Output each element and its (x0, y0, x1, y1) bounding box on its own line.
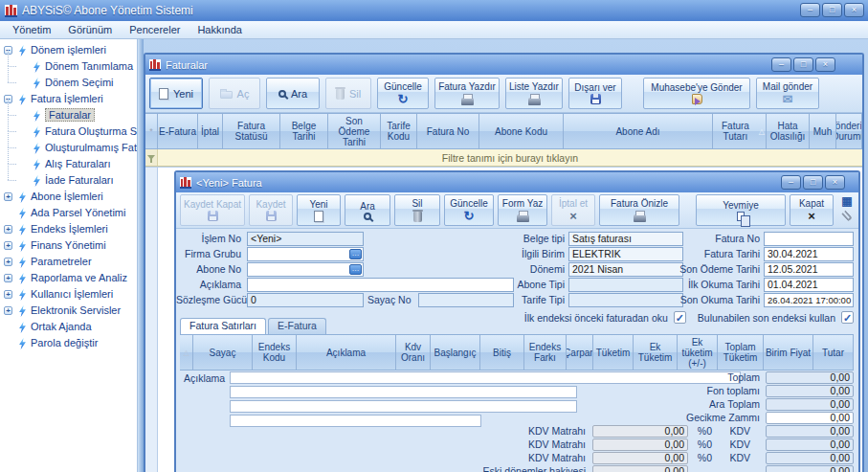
sidebar-item-parola-degistir[interactable]: Parola değiştir (0, 335, 137, 351)
ilk-endeks-checkbox[interactable]: ✓ (674, 311, 686, 324)
column-header-abone-kodu[interactable]: Abone Kodu (479, 114, 564, 148)
close-button[interactable]: × (815, 57, 835, 72)
ilk-okuma-tarihi-field[interactable]: 01.04.2021 (764, 278, 854, 292)
grid-view-icon[interactable]: ▦ (841, 195, 852, 208)
sil-button[interactable]: Sil (325, 78, 371, 109)
firma-grubu-field[interactable]: … (247, 247, 364, 261)
minimize-button[interactable]: – (781, 175, 801, 190)
sidebar-item-olusturulmamis-faturalar[interactable]: Oluşturulmamış Fatur (0, 140, 137, 156)
column-header-abone-adi[interactable]: Abone Adı (564, 114, 713, 148)
sidebar-splitter[interactable] (137, 39, 144, 472)
kaydet-button[interactable]: Kaydet (249, 194, 293, 226)
sidebar-item-elektronik-servisler[interactable]: +Elektronik Servisler (0, 303, 137, 319)
column-header-fatura-statusu[interactable]: Fatura Statüsü (223, 114, 280, 148)
lookup-button[interactable]: … (349, 249, 362, 259)
liste-yazdir-button[interactable]: Liste Yazdır (505, 78, 563, 109)
sidebar-item-donem-secimi[interactable]: Dönem Seçimi (0, 75, 137, 91)
sidebar-item-fatura-islemleri[interactable]: −Fatura İşlemleri (0, 91, 137, 107)
sil-button[interactable]: Sil (394, 194, 440, 226)
column-header-hata-olasiligi[interactable]: Hata Olasılığı (767, 114, 810, 148)
guncelle-button[interactable]: Güncelle↻ (377, 78, 429, 109)
menu-pencereler[interactable]: Pencereler (122, 22, 188, 37)
son-odeme-tarihi-field[interactable]: 12.05.2021 (764, 262, 854, 277)
yevmiye-button[interactable]: Yevmiye (696, 194, 786, 226)
gecikme-zammi-field[interactable]: 0,00 (766, 412, 854, 424)
aciklama-line-2[interactable] (230, 386, 577, 398)
tree-expand-icon[interactable]: + (4, 225, 12, 234)
column-header-fatura-no[interactable]: Fatura No (417, 114, 479, 148)
close-button[interactable]: × (844, 3, 864, 17)
fatura-titlebar[interactable]: <Yeni> Fatura – □ × (176, 172, 858, 192)
abone-no-field[interactable]: … (247, 262, 364, 277)
tree-expand-icon[interactable]: + (4, 290, 12, 299)
column-header-ek-tuketim[interactable]: Ek Tüketim (634, 335, 678, 370)
column-header-belge-tarihi[interactable]: Belge Tarihi (280, 114, 328, 148)
son-endeks-checkbox[interactable]: ✓ (841, 311, 854, 324)
column-header-baslangic[interactable]: Başlangıç (431, 335, 480, 370)
son-okuma-tarihi-field[interactable]: 26.04.2021 17:00:00 (764, 293, 854, 307)
sidebar-item-finans-yonetimi[interactable]: +Finans Yönetimi (0, 237, 137, 254)
kaydet-kapat-button[interactable]: Kaydet Kapat (180, 194, 245, 226)
tree-expand-icon[interactable]: + (4, 241, 12, 250)
minimize-button[interactable]: – (771, 57, 791, 72)
sidebar-item-fatura-olusturma-servisi[interactable]: Fatura Oluşturma Ser (0, 124, 137, 140)
tab-e-fatura[interactable]: E-Fatura (268, 318, 326, 334)
kapat-button[interactable]: Kapat× (790, 194, 834, 226)
lookup-button[interactable]: … (349, 264, 362, 275)
minimize-button[interactable]: – (800, 3, 820, 17)
aciklama-line-3[interactable] (230, 400, 577, 413)
column-header-sayac[interactable]: Sayaç (193, 335, 253, 370)
column-header-fatura-tutari[interactable]: Fatura Tutarı△ (713, 114, 767, 148)
tree-expand-icon[interactable]: + (4, 274, 12, 282)
sidebar-item-donem-tanimlama[interactable]: Dönem Tanımlama (0, 58, 137, 75)
iptal-et-button[interactable]: İptal et× (551, 194, 595, 226)
column-header-birim-fiyat[interactable]: Birim Fiyat (764, 335, 813, 370)
sidebar-item-alis-faturalari[interactable]: Alış Faturaları (0, 156, 137, 172)
form-yaz-button[interactable]: Form Yaz (498, 194, 547, 226)
maximize-button[interactable]: □ (822, 3, 842, 17)
maximize-button[interactable]: □ (793, 57, 813, 72)
column-header-kdv-orani[interactable]: Kdv Oranı (396, 335, 431, 370)
column-header-endeks-kodu[interactable]: Endeks Kodu (253, 335, 297, 370)
column-header-tarife-kodu[interactable]: Tarife Kodu (381, 114, 417, 148)
filter-row[interactable]: Filtre tanımı için burayı tıklayın (145, 149, 862, 167)
column-header-iptal[interactable]: İptal (198, 114, 223, 148)
aciklama-line-4[interactable] (230, 415, 481, 427)
tree-expand-icon[interactable]: + (4, 306, 12, 315)
sidebar-item-endeks-islemleri[interactable]: +Endeks İşlemleri (0, 221, 137, 237)
fatura-yazdir-button[interactable]: Fatura Yazdır (434, 78, 500, 109)
fatura-onizle-button[interactable]: Fatura Önizle (599, 194, 679, 226)
column-header-aciklama[interactable]: Açıklama (297, 335, 396, 370)
sidebar-item-ortak-ajanda[interactable]: Ortak Ajanda (0, 319, 137, 335)
fatura-no-field[interactable] (764, 232, 854, 246)
column-header-toplam-tuketim[interactable]: Toplam Tüketim (718, 335, 764, 370)
sidebar-item-kullanici-islemleri[interactable]: +Kullanıcı İşlemleri (0, 286, 137, 303)
muhasebeye-gonder-button[interactable]: Muhasebe'ye Gönder (643, 78, 750, 109)
close-button[interactable]: × (825, 175, 845, 190)
column-header-endeks-farki[interactable]: Endeks Farkı (524, 335, 567, 370)
ara-button[interactable]: Ara (266, 78, 320, 109)
paperclip-icon[interactable] (841, 210, 853, 221)
tree-expand-icon[interactable]: + (4, 192, 12, 201)
mail-gonder-button[interactable]: Mail gönder✉ (756, 78, 819, 109)
yeni-button[interactable]: Yeni (149, 78, 203, 109)
aciklama-field[interactable] (247, 278, 514, 292)
column-header-e-fatura[interactable]: E-Fatura (158, 114, 198, 148)
sidebar-item-donem-islemleri[interactable]: −Dönem işlemleri (0, 42, 137, 58)
sidebar-item-abone-islemleri[interactable]: +Abone İşlemleri (0, 189, 137, 205)
sidebar-item-raporlama-ve-analiz[interactable]: +Raporlama ve Analiz (0, 270, 137, 286)
fatura-tarihi-field[interactable]: 30.04.2021 (764, 247, 854, 261)
guncelle-button[interactable]: Güncelle↻ (444, 194, 494, 226)
faturalar-titlebar[interactable]: Faturalar – □ × (145, 55, 862, 75)
column-header-muh[interactable]: Muh (810, 114, 836, 148)
column-header-ek-tuketim-2[interactable]: Ek tüketim (+/-) (678, 335, 718, 370)
ac-button[interactable]: Aç (209, 78, 260, 109)
tree-expand-icon[interactable]: + (4, 258, 12, 266)
menu-hakkinda[interactable]: Hakkında (189, 22, 249, 37)
menu-gorunum[interactable]: Görünüm (60, 22, 120, 37)
sidebar-item-ada-parsel-yonetimi[interactable]: Ada Parsel Yönetimi (0, 205, 137, 221)
sidebar-item-faturalar[interactable]: Faturalar (0, 107, 137, 124)
column-header-son-odeme-tarihi[interactable]: Son Ödeme Tarihi (328, 114, 381, 148)
column-header-bitis[interactable]: Bitiş (480, 335, 524, 370)
yeni-button[interactable]: Yeni (297, 194, 341, 226)
